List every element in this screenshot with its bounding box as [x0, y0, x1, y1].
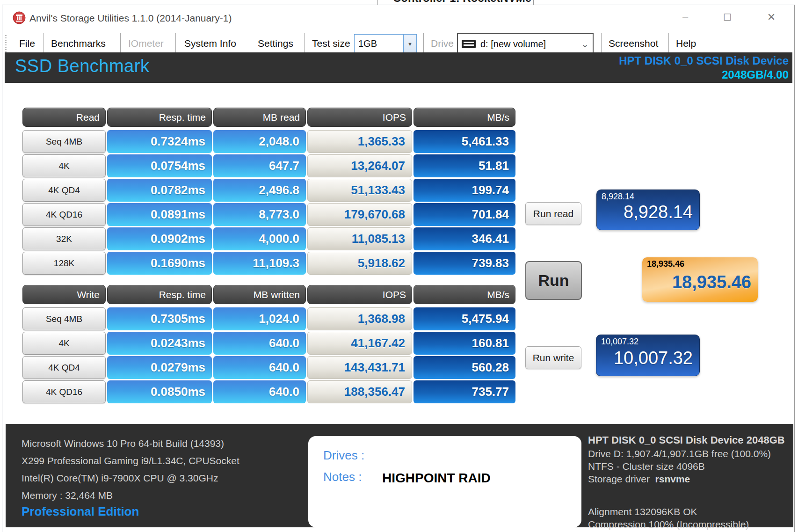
mbs-value: 51.81	[414, 154, 515, 177]
maximize-button[interactable]: ☐	[717, 9, 738, 26]
resp-time-value: 0.0782ms	[107, 179, 212, 202]
run-read-button[interactable]: Run read	[525, 202, 581, 225]
cpu-info: Intel(R) Core(TM) i9-7900X CPU @ 3.30GHz	[22, 473, 218, 484]
iops-value: 188,356.47	[307, 380, 412, 403]
os-info: Microsoft Windows 10 Pro 64-bit Build (1…	[22, 438, 224, 449]
total-score-box: 18,935.46 18,935.46	[642, 257, 758, 302]
resp-time-header: Resp. time	[107, 285, 212, 304]
menu-settings[interactable]: Settings	[258, 38, 293, 49]
menu-help[interactable]: Help	[676, 38, 696, 49]
close-button[interactable]: ✕	[761, 9, 782, 26]
row-label: Seq 4MB	[22, 307, 106, 330]
chevron-down-icon: ▼	[515, 0, 522, 3]
background-window-text: Controller 1: RocketNVMe	[393, 0, 531, 5]
iops-value: 1,365.33	[307, 130, 412, 153]
run-write-button[interactable]: Run write	[525, 346, 581, 369]
write-table-header-row: Write Resp. time MB written IOPS MB/s	[22, 285, 515, 304]
drive-value: d: [new volume]	[476, 39, 581, 50]
filesystem-info: NTFS - Cluster size 4096B	[588, 461, 705, 472]
resp-time-value: 0.1690ms	[107, 252, 212, 275]
mb-read-value: 8,773.0	[213, 203, 306, 226]
drive-label: Drive	[431, 38, 454, 49]
mb-read-value: 2,048.0	[213, 130, 306, 153]
mb-written-value: 1,024.0	[213, 307, 306, 330]
menu-iometer[interactable]: IOmeter	[128, 38, 164, 49]
table-row: 32K 0.0902ms 4,000.0 11,085.13 346.41	[22, 227, 515, 250]
resp-time-value: 0.7324ms	[107, 130, 212, 153]
drive-select[interactable]: d: [new volume] ⌄	[457, 33, 594, 55]
menu-benchmarks[interactable]: Benchmarks	[51, 38, 106, 49]
table-row: 4K QD4 0.0279ms 640.0 143,431.71 560.28	[22, 356, 515, 379]
mb-read-value: 647.7	[213, 154, 306, 177]
mb-written-value: 640.0	[213, 356, 306, 379]
divider	[377, 0, 378, 5]
resp-time-value: 0.7305ms	[107, 307, 212, 330]
row-label: Seq 4MB	[22, 130, 106, 153]
resp-time-value: 0.0850ms	[107, 380, 212, 403]
mbs-header: MB/s	[414, 108, 515, 127]
test-size-select[interactable]: 1GB ▼	[354, 34, 417, 54]
screen: Controller 1: RocketNVMe ▼ Anvil's Stora…	[0, 0, 798, 532]
notes-box[interactable]: Drives : Notes : HIGHPOINT RAID	[308, 436, 581, 527]
resp-time-header: Resp. time	[107, 108, 212, 127]
mb-written-header: MB written	[213, 285, 306, 304]
iops-value: 1,368.98	[307, 307, 412, 330]
drive-free-space: Drive D: 1,907.4/1,907.1GB free (100.0%)	[588, 448, 771, 459]
read-table-header-row: Read Resp. time MB read IOPS MB/s	[22, 108, 515, 127]
row-label: 32K	[22, 227, 106, 250]
resp-time-value: 0.0902ms	[107, 227, 212, 250]
mb-written-value: 640.0	[213, 332, 306, 355]
table-row: 4K 0.0243ms 640.0 41,167.42 160.81	[22, 332, 515, 355]
test-size-label: Test size	[312, 38, 350, 49]
titlebar: Anvil's Storage Utilities 1.1.0 (2014-Ja…	[2, 5, 794, 30]
page-title: SSD Benchmark	[15, 56, 149, 76]
table-row: Seq 4MB 0.7305ms 1,024.0 1,368.98 5,475.…	[22, 307, 515, 330]
mb-written-value: 640.0	[213, 380, 306, 403]
notes-value[interactable]: HIGHPOINT RAID	[382, 471, 491, 486]
write-header: Write	[22, 285, 106, 304]
table-row: 4K 0.0754ms 647.7 13,264.07 51.81	[22, 154, 515, 177]
iops-value: 13,264.07	[307, 154, 412, 177]
notes-label: Notes :	[323, 470, 362, 484]
run-button[interactable]: Run	[525, 261, 582, 300]
device-capacity: 2048GB/4.00	[619, 68, 789, 82]
memory-info: Memory : 32,464 MB	[22, 490, 113, 501]
test-size-value: 1GB	[355, 35, 403, 53]
write-score-small: 10,007.32	[601, 337, 638, 347]
storage-driver-label: Storage driver	[588, 474, 650, 484]
mbs-value: 735.77	[414, 380, 515, 403]
benchmark-header-band: SSD Benchmark HPT DISK 0_0 SCSI Disk Dev…	[5, 52, 792, 83]
edition-label: Professional Edition	[22, 504, 139, 519]
read-score-small: 8,928.14	[602, 192, 634, 202]
mbs-value: 199.74	[414, 179, 515, 202]
minimize-button[interactable]: –	[675, 9, 696, 26]
iops-value: 143,431.71	[307, 356, 412, 379]
chevron-down-icon: ⌄	[581, 38, 589, 50]
compression-info: Compression 100% (Incompressible)	[588, 519, 749, 530]
mbs-value: 346.41	[414, 227, 515, 250]
menu-system-info[interactable]: System Info	[184, 38, 236, 49]
dropdown-arrow-icon[interactable]: ▼	[403, 35, 416, 53]
app-icon	[13, 11, 26, 24]
mb-read-header: MB read	[213, 108, 306, 127]
read-score-large: 8,928.14	[624, 202, 693, 222]
mbs-value: 701.84	[414, 203, 515, 226]
iops-value: 5,918.62	[307, 252, 412, 275]
mb-read-value: 4,000.0	[213, 227, 306, 250]
iops-header: IOPS	[307, 108, 412, 127]
iops-value: 11,085.13	[307, 227, 412, 250]
menu-screenshot[interactable]: Screenshot	[609, 38, 658, 49]
mb-read-value: 2,496.8	[213, 179, 306, 202]
row-label: 4K QD4	[22, 179, 106, 202]
table-row: 4K QD16 0.0850ms 640.0 188,356.47 735.77	[22, 380, 515, 403]
row-label: 4K	[22, 154, 106, 177]
table-row: 128K 0.1690ms 11,109.3 5,918.62 739.83	[22, 252, 515, 275]
row-label: 4K QD4	[22, 356, 106, 379]
iops-value: 179,670.68	[307, 203, 412, 226]
table-row: 4K QD16 0.0891ms 8,773.0 179,670.68 701.…	[22, 203, 515, 226]
resp-time-value: 0.0279ms	[107, 356, 212, 379]
menu-file[interactable]: File	[19, 38, 35, 49]
row-label: 4K QD16	[22, 380, 106, 403]
row-label: 4K QD16	[22, 203, 106, 226]
mbs-value: 739.83	[414, 252, 515, 275]
